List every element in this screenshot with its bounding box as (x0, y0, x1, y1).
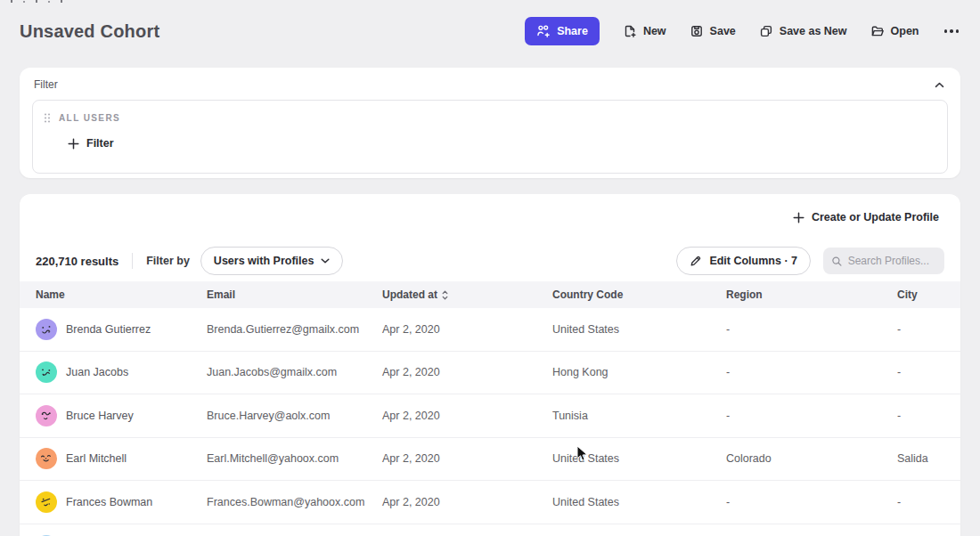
cropped-text-remnant (11, 0, 62, 3)
top-bar: Unsaved Cohort Share New (0, 0, 980, 57)
profile-name: Brenda Gutierrez (66, 323, 151, 336)
segment-dropdown[interactable]: Users with Profiles (200, 247, 344, 275)
table-row[interactable]: Brenda Gutierrez Brenda.Gutierrez@gmailx… (20, 308, 960, 352)
dot-icon (944, 29, 948, 33)
results-count: 220,710 results (36, 255, 118, 268)
create-or-update-profile-button[interactable]: Create or Update Profile (793, 211, 939, 223)
column-header-updated-at[interactable]: Updated at (382, 288, 552, 301)
profile-region: - (726, 323, 897, 336)
profile-name: Bruce Harvey (66, 410, 134, 422)
table-row[interactable]: Juan Jacobs Juan.Jacobs@gmailx.com Apr 2… (20, 352, 960, 395)
edit-columns-label: Edit Columns · 7 (709, 255, 797, 267)
create-or-update-profile-label: Create or Update Profile (812, 211, 939, 223)
collapse-filter-button[interactable] (933, 80, 946, 90)
avatar (36, 448, 57, 469)
profile-name: Earl Mitchell (66, 452, 127, 465)
edit-columns-button[interactable]: Edit Columns · 7 (676, 247, 811, 275)
profile-email: Juan.Jacobs@gmailx.com (207, 366, 382, 378)
share-label: Share (557, 25, 588, 37)
column-header-city: City (897, 288, 960, 301)
profile-region: Colorado (726, 452, 897, 465)
avatar (36, 319, 57, 340)
column-header-region: Region (726, 288, 897, 301)
more-options-button[interactable] (943, 26, 961, 37)
profile-country: United States (552, 496, 726, 508)
table-toolbar: 220,710 results Filter by Users with Pro… (20, 240, 960, 281)
dot-icon (956, 29, 960, 33)
save-as-new-label: Save as New (780, 25, 847, 37)
add-filter-button[interactable]: Filter (68, 137, 114, 150)
copy-icon (759, 24, 773, 38)
profiles-panel: Create or Update Profile 220,710 results… (20, 194, 960, 536)
profile-city: - (897, 323, 960, 336)
divider (132, 253, 133, 269)
table-row[interactable]: Bruce Harvey Bruce.Harvey@aolx.com Apr 2… (20, 394, 960, 438)
profile-country: United States (552, 323, 726, 336)
filter-group: ALL USERS Filter (32, 100, 948, 174)
dot-icon (950, 29, 953, 33)
save-button[interactable]: Save (690, 24, 736, 38)
profile-email: Brenda.Gutierrez@gmailx.com (207, 323, 382, 336)
column-header-country-code: Country Code (552, 288, 726, 301)
profile-country: Tunisia (552, 410, 726, 422)
column-header-name: Name (36, 288, 207, 301)
header-actions: Share New Save Save as New (525, 17, 960, 45)
profile-email: Frances.Bowman@yahoox.com (207, 496, 382, 508)
plus-icon (68, 138, 79, 150)
profile-name: Frances Bowman (66, 496, 152, 508)
new-file-icon (623, 24, 637, 38)
save-as-new-button[interactable]: Save as New (759, 24, 847, 38)
sort-icon (442, 290, 448, 300)
open-button[interactable]: Open (870, 24, 919, 38)
cohort-group-label: ALL USERS (59, 113, 120, 123)
table-row[interactable]: Frances Bowman Frances.Bowman@yahoox.com… (20, 481, 960, 524)
new-button[interactable]: New (623, 24, 666, 38)
profile-region: - (726, 366, 897, 378)
page-title: Unsaved Cohort (20, 21, 159, 42)
profile-city: - (897, 496, 960, 508)
profile-updated-at: Apr 2, 2020 (382, 366, 552, 378)
table-row[interactable]: Earl Mitchell Earl.Mitchell@yahoox.com A… (20, 438, 960, 482)
segment-dropdown-value: Users with Profiles (214, 255, 314, 267)
folder-open-icon (870, 24, 885, 38)
table-header-row: Name Email Updated at Country Code Regio… (20, 281, 960, 308)
plus-icon (793, 212, 804, 223)
profile-email: Earl.Mitchell@yahoox.com (207, 452, 382, 465)
share-button[interactable]: Share (525, 17, 600, 45)
profile-country: Hong Kong (552, 366, 726, 378)
column-header-email: Email (207, 288, 382, 301)
filter-panel-title: Filter (34, 78, 58, 91)
search-profiles-input[interactable] (848, 255, 936, 267)
save-label: Save (710, 25, 736, 37)
save-icon (690, 24, 704, 38)
profile-updated-at: Apr 2, 2020 (382, 323, 552, 336)
chevron-down-icon (321, 258, 330, 264)
drag-handle-icon[interactable] (44, 112, 51, 124)
profile-updated-at: Apr 2, 2020 (382, 496, 552, 508)
search-profiles-box (823, 248, 944, 274)
profile-updated-at: Apr 2, 2020 (382, 452, 552, 465)
profile-updated-at: Apr 2, 2020 (382, 410, 552, 422)
avatar (36, 361, 57, 383)
filter-panel: Filter ALL USERS Filter (20, 68, 960, 178)
search-icon (831, 255, 843, 268)
add-filter-label: Filter (86, 137, 114, 150)
profile-email: Bruce.Harvey@aolx.com (207, 410, 382, 422)
profile-region: - (726, 410, 897, 422)
pencil-icon (690, 255, 702, 267)
avatar (36, 405, 57, 426)
profile-region: - (726, 496, 897, 508)
profile-name: Juan Jacobs (66, 366, 128, 378)
open-label: Open (891, 25, 919, 37)
chevron-up-icon (935, 82, 944, 88)
table-row-partial[interactable] (20, 524, 960, 536)
cohort-builder-page: { "page": { "title": "Unsaved Cohort" },… (0, 0, 980, 536)
profile-city: Salida (897, 452, 960, 465)
share-users-icon (536, 24, 551, 38)
filter-by-label: Filter by (146, 255, 190, 267)
avatar (36, 491, 57, 513)
profile-city: - (897, 410, 960, 422)
profile-city: - (897, 366, 960, 378)
new-label: New (643, 25, 666, 37)
profile-country: United States (552, 452, 726, 465)
